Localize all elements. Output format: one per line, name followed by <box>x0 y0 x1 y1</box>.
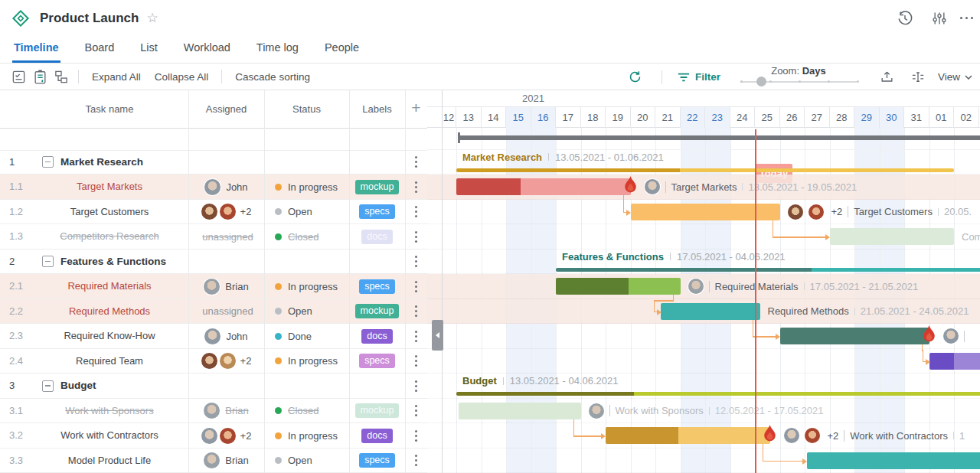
panel-collapse-handle[interactable] <box>432 320 443 351</box>
bar-task-name: Competitors Research <box>962 231 980 243</box>
column-header-status[interactable]: Status <box>264 90 349 128</box>
task-bar[interactable] <box>807 452 980 469</box>
refresh-icon[interactable] <box>625 67 646 87</box>
table-row[interactable]: 3.2Work with Contractors+2In progressdoc… <box>0 423 427 449</box>
table-row[interactable]: 1.1Target MarketsJohnIn progressmockup <box>0 175 427 200</box>
project-duration-bar <box>459 135 980 140</box>
table-row[interactable]: 3 Budget <box>0 374 427 399</box>
table-row[interactable]: 2 Features & Functions <box>0 250 427 275</box>
tab-board[interactable]: Board <box>83 41 116 63</box>
view-dropdown[interactable]: View <box>938 71 972 83</box>
collapse-toggle[interactable] <box>42 156 54 168</box>
toolbar: Expand All Collapse All Cascade sorting … <box>0 64 980 90</box>
table-row[interactable]: 1.2Target Customers+2Openspecs <box>0 200 427 225</box>
task-bar[interactable] <box>780 328 929 344</box>
row-menu-button[interactable] <box>405 399 427 424</box>
deadline-flame-icon <box>622 175 639 194</box>
history-icon[interactable] <box>897 10 913 27</box>
collapse-toggle[interactable] <box>42 380 54 392</box>
fit-timeline-icon[interactable] <box>907 67 929 87</box>
task-bar[interactable] <box>459 403 580 419</box>
table-row[interactable]: 1 Market Research <box>0 150 427 175</box>
row-menu-button[interactable] <box>405 274 427 299</box>
chevron-down-icon <box>965 75 972 80</box>
expand-all-button[interactable]: Expand All <box>92 71 141 83</box>
table-row[interactable]: 2.4Required Team+2In progressspecs <box>0 349 427 374</box>
tab-list[interactable]: List <box>139 41 159 63</box>
assigned-cell: +2 <box>188 200 264 225</box>
row-menu-button[interactable] <box>405 250 427 275</box>
table-row[interactable]: 2.2Required MethodsunassignedOpenmockup <box>0 299 427 325</box>
collapse-all-button[interactable]: Collapse All <box>155 71 209 83</box>
task-bar[interactable] <box>661 303 760 320</box>
task-list-icon[interactable] <box>8 67 29 86</box>
group-summary-bar[interactable] <box>456 168 954 172</box>
assigned-cell <box>188 150 264 175</box>
task-bar[interactable] <box>606 427 770 444</box>
row-menu-button[interactable] <box>405 175 427 200</box>
group-summary-bar[interactable] <box>456 392 980 396</box>
kebab-menu-icon <box>415 285 417 288</box>
row-menu-button[interactable] <box>405 449 427 473</box>
settings-sliders-icon[interactable] <box>932 10 947 27</box>
group-summary-bar[interactable] <box>556 268 980 272</box>
status-dot <box>275 283 282 290</box>
avatar <box>204 328 220 344</box>
app-header: Product Launch ☆ <box>0 0 980 36</box>
zoom-label: Zoom: Days <box>730 65 867 77</box>
table-row[interactable]: 2.3Required Know-HowJohnDonedocs <box>0 324 427 349</box>
row-menu-button[interactable] <box>405 224 427 250</box>
task-bar[interactable] <box>456 178 631 195</box>
table-row[interactable]: 1.3Competitors ResearchunassignedClosedd… <box>0 224 427 250</box>
tab-people[interactable]: People <box>323 41 361 63</box>
more-menu-icon[interactable] <box>965 17 968 19</box>
row-menu-button[interactable] <box>405 374 427 399</box>
avatar <box>645 179 660 194</box>
group-name: Market Research <box>31 150 188 175</box>
task-bar[interactable] <box>830 228 955 245</box>
empty-row <box>0 128 427 151</box>
kebab-menu-icon <box>415 186 417 188</box>
tab-workload[interactable]: Workload <box>182 41 232 63</box>
extra-assignees: +2 <box>240 430 252 442</box>
label-badge: docs <box>361 429 392 443</box>
column-header-labels[interactable]: Labels <box>349 90 405 128</box>
zoom-slider-handle[interactable] <box>756 77 766 86</box>
label-badge: mockup <box>355 403 400 418</box>
bar-task-name: Target Customers <box>854 206 933 217</box>
task-bar[interactable] <box>929 353 980 370</box>
table-row[interactable]: 3.3Model Product LifeBrianOpenspecs <box>0 449 427 473</box>
export-icon[interactable] <box>877 67 898 87</box>
assigned-cell <box>188 250 264 275</box>
label-badge: specs <box>359 453 395 468</box>
bar-task-dates: 13.05.2021 - 19.05.2021 <box>748 181 857 193</box>
row-menu-button[interactable] <box>405 324 427 349</box>
hierarchy-icon[interactable] <box>51 67 72 86</box>
tab-timeline[interactable]: Timeline <box>12 41 60 63</box>
column-header-assigned[interactable]: Assigned <box>188 90 264 128</box>
row-menu-button[interactable] <box>405 150 427 175</box>
collapse-toggle[interactable] <box>42 256 54 267</box>
row-menu-button[interactable] <box>405 299 427 325</box>
notes-icon[interactable] <box>29 67 51 86</box>
task-name: Competitors Research <box>31 224 188 250</box>
row-number: 3.1 <box>9 399 23 424</box>
favorite-star-icon[interactable]: ☆ <box>146 10 158 26</box>
zoom-slider[interactable] <box>740 81 857 83</box>
row-menu-button[interactable] <box>405 349 427 374</box>
add-column-button[interactable]: + <box>405 90 427 128</box>
table-row[interactable]: 3.1Work with SponsorsBrianClosedmockup <box>0 399 427 424</box>
table-row[interactable]: 2.1Required MaterialsBrianIn progressspe… <box>0 274 427 299</box>
row-menu-button[interactable] <box>405 423 427 449</box>
filter-button[interactable]: Filter <box>678 71 720 83</box>
task-bar[interactable] <box>631 204 780 220</box>
task-bar[interactable] <box>556 278 681 295</box>
row-menu-button[interactable] <box>405 200 427 225</box>
column-header-task-name[interactable]: Task name <box>31 90 188 128</box>
gantt-row: +2Work with Contractors1 <box>427 423 980 449</box>
cascade-sorting-button[interactable]: Cascade sorting <box>235 71 310 83</box>
row-number: 1.1 <box>9 175 23 200</box>
avatar <box>589 403 604 419</box>
tab-time-log[interactable]: Time log <box>255 41 300 63</box>
status-cell: Open <box>264 200 349 225</box>
